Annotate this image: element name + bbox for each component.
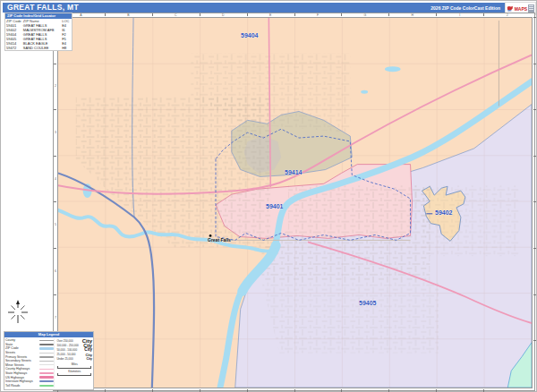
state-line-swatch bbox=[39, 344, 54, 345]
city-label: Great Falls bbox=[208, 237, 231, 243]
zip-label-59405: 59405 bbox=[359, 300, 376, 306]
primary-streets-swatch bbox=[39, 356, 54, 358]
zip-index-table: ZIP Code Index/Grid Locator ZIP Code ZIP… bbox=[4, 13, 72, 51]
map-legend: Map Legend County State ZIP Code Streets… bbox=[4, 331, 94, 390]
us-highways-swatch bbox=[39, 376, 54, 379]
page-title: GREAT FALLS, MT bbox=[7, 3, 79, 13]
legend-road-items: County State ZIP Code Streets Primary St… bbox=[5, 338, 54, 388]
lake-north bbox=[385, 66, 401, 72]
state-highways-swatch bbox=[39, 372, 54, 374]
scale-bar-miles: Miles bbox=[56, 362, 92, 369]
minor-streets-swatch bbox=[39, 364, 54, 365]
scale-bar-graphic bbox=[57, 366, 91, 369]
legend-city-classes: Over 250,000City 100,000 - 250,000City 5… bbox=[54, 338, 92, 388]
county-highways-swatch bbox=[39, 369, 54, 371]
legend-city-class: Under 25,000City bbox=[56, 357, 92, 362]
zip-label-59414: 59414 bbox=[285, 169, 302, 175]
compass-rose-icon bbox=[6, 300, 30, 325]
zip-line-swatch bbox=[39, 347, 54, 350]
map-canvas bbox=[57, 17, 533, 388]
ruler-right bbox=[533, 17, 536, 387]
zip-label-59402: 59402 bbox=[435, 209, 452, 216]
map-frame: A B C D E F G H I J 1 2 3 4 5 6 7 8 bbox=[53, 13, 535, 391]
zip-label-59404: 59404 bbox=[241, 32, 258, 38]
logo-text-block bbox=[528, 4, 534, 13]
county-line-swatch bbox=[39, 340, 54, 341]
scale-bar-kilometers: Kilometers bbox=[56, 370, 92, 376]
title-bar: GREAT FALLS, MT 2026 ZIP Code ColorCast … bbox=[3, 3, 505, 13]
legend-item: Toll Roads bbox=[5, 384, 54, 388]
map-document: GREAT FALLS, MT 2026 ZIP Code ColorCast … bbox=[0, 0, 537, 392]
legend-city-class: 25,000 - 50,000City bbox=[56, 353, 92, 357]
toll-roads-swatch bbox=[39, 385, 54, 388]
interstate-highways-swatch bbox=[39, 380, 54, 383]
logo-brand-text: MAPS bbox=[515, 6, 527, 12]
secondary-streets-swatch bbox=[39, 361, 54, 362]
scale-bar-graphic bbox=[57, 373, 91, 376]
zip-label-59401: 59401 bbox=[266, 203, 283, 209]
edition-label: 2026 ZIP Code ColorCast Edition bbox=[430, 5, 500, 11]
streets-swatch bbox=[39, 353, 54, 354]
table-row: 59472 SAND COULEE H8 bbox=[5, 46, 72, 50]
pond-north bbox=[361, 90, 368, 94]
